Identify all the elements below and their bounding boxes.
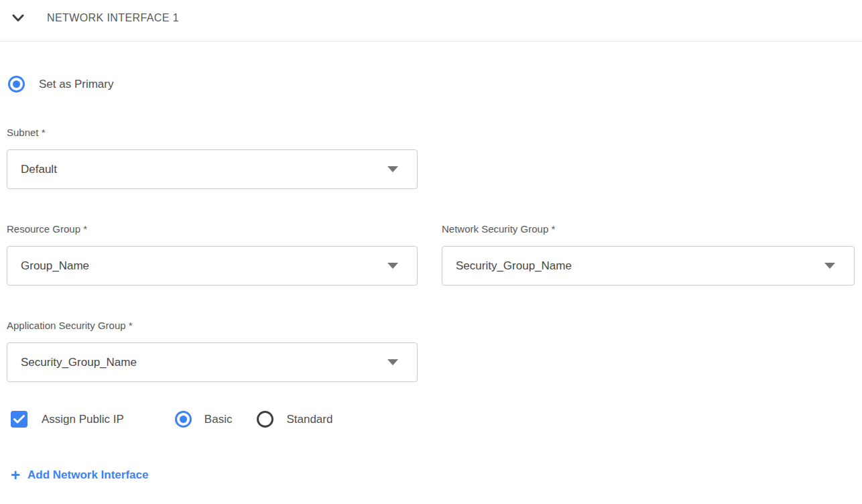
caret-down-icon — [824, 263, 835, 269]
add-network-interface-link[interactable]: + Add Network Interface — [11, 468, 148, 483]
add-network-interface-label: Add Network Interface — [27, 468, 148, 482]
resource-group-field: Resource Group * Group_Name — [7, 223, 418, 286]
section-title: NETWORK INTERFACE 1 — [47, 12, 179, 24]
caret-down-icon — [387, 263, 398, 269]
resource-group-value: Group_Name — [21, 259, 89, 273]
group-fields-row: Resource Group * Group_Name Network Secu… — [7, 223, 862, 286]
standard-radio-label: Standard — [286, 413, 332, 426]
primary-radio-label: Set as Primary — [39, 78, 113, 91]
caret-down-icon — [387, 359, 398, 365]
assign-public-ip-label: Assign Public IP — [42, 413, 124, 426]
set-as-primary-option[interactable]: Set as Primary — [8, 76, 862, 92]
resource-group-label: Resource Group * — [7, 223, 418, 235]
check-icon — [13, 415, 25, 424]
application-security-group-dropdown[interactable]: Security_Group_Name — [7, 342, 418, 382]
resource-group-dropdown[interactable]: Group_Name — [7, 246, 418, 286]
network-security-group-label: Network Security Group * — [442, 223, 855, 235]
assign-public-ip-checkbox[interactable] — [11, 411, 27, 428]
standard-radio-button[interactable] — [257, 411, 273, 428]
form-area: Subnet * Default Resource Group * Group_… — [0, 127, 862, 382]
basic-radio-label: Basic — [204, 413, 233, 426]
public-ip-options-row: Assign Public IP Basic Standard — [11, 411, 862, 428]
network-security-group-dropdown[interactable]: Security_Group_Name — [442, 246, 855, 286]
primary-radio-button[interactable] — [8, 76, 25, 92]
plus-icon: + — [11, 468, 20, 483]
application-security-group-label: Application Security Group * — [7, 320, 862, 331]
caret-down-icon — [387, 166, 398, 172]
subnet-dropdown[interactable]: Default — [7, 149, 418, 189]
subnet-field: Subnet * Default — [7, 127, 862, 189]
subnet-label: Subnet * — [7, 127, 862, 138]
network-interface-form: NETWORK INTERFACE 1 Set as Primary Subne… — [0, 0, 862, 504]
network-security-group-value: Security_Group_Name — [456, 259, 572, 273]
application-security-group-field: Application Security Group * Security_Gr… — [7, 320, 862, 382]
section-header[interactable]: NETWORK INTERFACE 1 — [0, 7, 862, 29]
basic-radio-button[interactable] — [175, 411, 192, 428]
network-security-group-field: Network Security Group * Security_Group_… — [442, 223, 855, 286]
header-divider — [0, 41, 862, 42]
application-security-group-value: Security_Group_Name — [21, 356, 137, 369]
subnet-value: Default — [21, 163, 57, 176]
chevron-down-icon[interactable] — [12, 14, 24, 22]
